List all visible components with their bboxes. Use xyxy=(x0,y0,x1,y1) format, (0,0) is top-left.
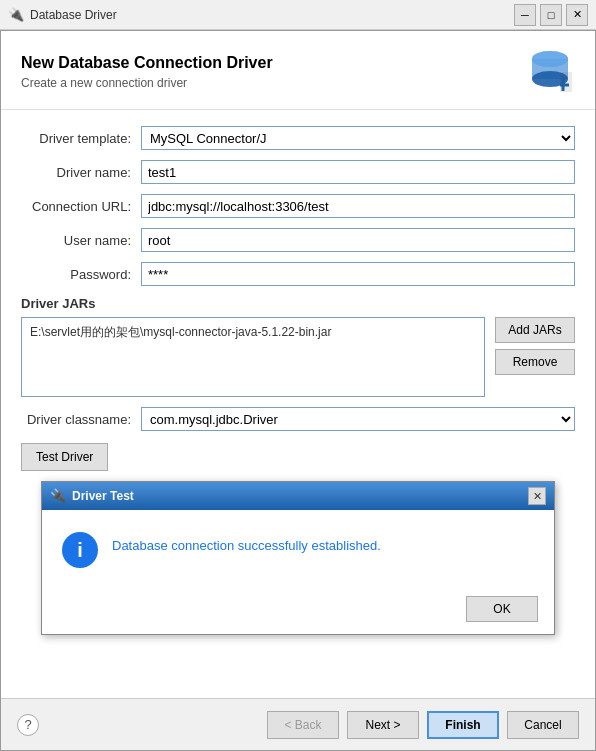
classname-label: Driver classname: xyxy=(21,412,141,427)
window-title: Database Driver xyxy=(30,8,514,22)
classname-select[interactable]: com.mysql.jdbc.Driver xyxy=(141,407,575,431)
finish-button[interactable]: Finish xyxy=(427,711,499,739)
page-subtitle: Create a new connection driver xyxy=(21,76,273,90)
help-button[interactable]: ? xyxy=(17,714,39,736)
dialog-title-bar: 🔌 Driver Test ✕ xyxy=(42,482,554,510)
window-controls: ─ □ ✕ xyxy=(514,4,588,26)
dialog-body: i Database connection successfully estab… xyxy=(42,510,554,590)
connection-url-row: Connection URL: xyxy=(21,194,575,218)
classname-row: Driver classname: com.mysql.jdbc.Driver xyxy=(21,407,575,431)
bottom-bar: ? < Back Next > Finish Cancel xyxy=(1,698,595,750)
cancel-button[interactable]: Cancel xyxy=(507,711,579,739)
header-database-icon xyxy=(525,47,575,97)
driver-test-dialog-overlay: 🔌 Driver Test ✕ i Database connection su… xyxy=(41,481,555,635)
user-name-row: User name: xyxy=(21,228,575,252)
maximize-button[interactable]: □ xyxy=(540,4,562,26)
ok-button[interactable]: OK xyxy=(466,596,538,622)
jars-buttons: Add JARs Remove xyxy=(495,317,575,397)
close-button[interactable]: ✕ xyxy=(566,4,588,26)
driver-name-input[interactable] xyxy=(141,160,575,184)
driver-template-label: Driver template: xyxy=(21,131,141,146)
title-bar: 🔌 Database Driver ─ □ ✕ xyxy=(0,0,596,30)
password-row: Password: xyxy=(21,262,575,286)
list-item: E:\servlet用的的架包\mysql-connector-java-5.1… xyxy=(26,322,480,343)
app-icon: 🔌 xyxy=(8,7,24,23)
dialog-title-icon: 🔌 xyxy=(50,488,66,504)
header-section: New Database Connection Driver Create a … xyxy=(1,31,595,110)
svg-point-3 xyxy=(532,51,568,67)
remove-button[interactable]: Remove xyxy=(495,349,575,375)
jars-list: E:\servlet用的的架包\mysql-connector-java-5.1… xyxy=(21,317,485,397)
add-jars-button[interactable]: Add JARs xyxy=(495,317,575,343)
password-label: Password: xyxy=(21,267,141,282)
next-button[interactable]: Next > xyxy=(347,711,419,739)
dialog-title-text: Driver Test xyxy=(72,489,528,503)
user-name-label: User name: xyxy=(21,233,141,248)
dialog-footer: OK xyxy=(42,590,554,634)
user-name-input[interactable] xyxy=(141,228,575,252)
dialog-message: Database connection successfully establi… xyxy=(112,530,381,553)
form-section: Driver template: MySQL Connector/J Drive… xyxy=(1,110,595,698)
driver-jars-label: Driver JARs xyxy=(21,296,575,311)
header-text: New Database Connection Driver Create a … xyxy=(21,54,273,90)
jars-container: E:\servlet用的的架包\mysql-connector-java-5.1… xyxy=(21,317,575,397)
driver-name-label: Driver name: xyxy=(21,165,141,180)
driver-name-row: Driver name: xyxy=(21,160,575,184)
driver-jars-section: Driver JARs E:\servlet用的的架包\mysql-connec… xyxy=(21,296,575,397)
info-icon: i xyxy=(62,532,98,568)
dialog-close-button[interactable]: ✕ xyxy=(528,487,546,505)
password-input[interactable] xyxy=(141,262,575,286)
minimize-button[interactable]: ─ xyxy=(514,4,536,26)
page-title: New Database Connection Driver xyxy=(21,54,273,72)
back-button[interactable]: < Back xyxy=(267,711,339,739)
driver-test-dialog: 🔌 Driver Test ✕ i Database connection su… xyxy=(41,481,555,635)
driver-template-select[interactable]: MySQL Connector/J xyxy=(141,126,575,150)
connection-url-input[interactable] xyxy=(141,194,575,218)
connection-url-label: Connection URL: xyxy=(21,199,141,214)
driver-template-row: Driver template: MySQL Connector/J xyxy=(21,126,575,150)
test-driver-button[interactable]: Test Driver xyxy=(21,443,108,471)
main-window: New Database Connection Driver Create a … xyxy=(0,30,596,751)
